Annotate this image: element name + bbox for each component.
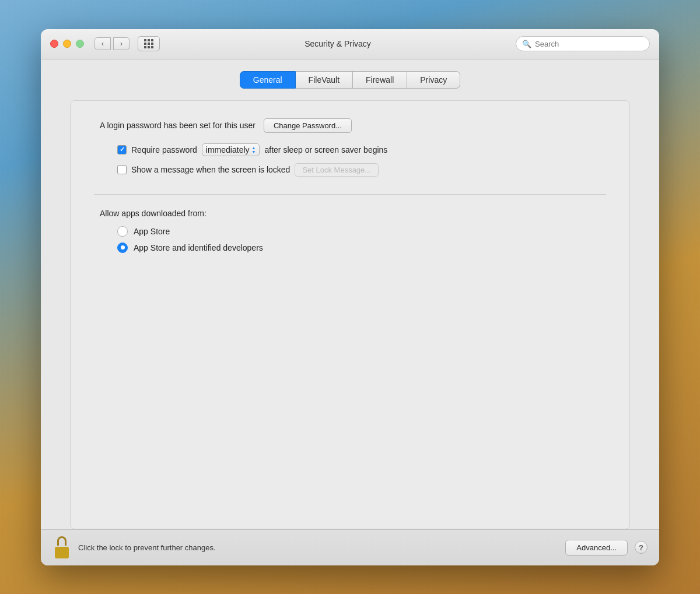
maximize-button[interactable] <box>76 40 84 48</box>
grid-view-button[interactable] <box>138 36 160 51</box>
system-preferences-window: ‹ › Security & Privacy 🔍 General FileVau… <box>41 29 659 565</box>
help-button[interactable]: ? <box>635 541 648 554</box>
nav-buttons: ‹ › <box>94 37 130 50</box>
titlebar: ‹ › Security & Privacy 🔍 <box>41 29 659 59</box>
close-button[interactable] <box>50 40 58 48</box>
require-password-suffix: after sleep or screen saver begins <box>264 145 387 154</box>
divider <box>94 194 606 195</box>
stepper-arrows: ▲ ▼ <box>252 146 256 154</box>
stepper-down-arrow: ▼ <box>252 150 256 154</box>
back-button[interactable]: ‹ <box>94 37 111 50</box>
show-message-row: Show a message when the screen is locked… <box>117 163 606 177</box>
search-input[interactable] <box>535 40 643 48</box>
require-password-row: Require password immediately ▲ ▼ after s… <box>117 143 606 156</box>
radio-app-store-label: App Store <box>134 227 170 236</box>
radio-app-store-identified[interactable] <box>117 242 128 253</box>
tab-bar: General FileVault Firewall Privacy <box>240 71 460 89</box>
bottom-bar: Click the lock to prevent further change… <box>41 529 659 565</box>
allow-apps-title: Allow apps downloaded from: <box>100 209 606 218</box>
show-message-checkbox[interactable] <box>117 165 127 174</box>
lock-body <box>55 547 69 558</box>
tab-privacy[interactable]: Privacy <box>407 71 460 89</box>
change-password-button[interactable]: Change Password... <box>264 118 352 133</box>
lock-shackle <box>57 536 66 546</box>
require-password-checkbox[interactable] <box>117 145 127 154</box>
password-set-label: A login password has been set for this u… <box>100 121 256 130</box>
radio-group: App Store App Store and identified devel… <box>117 226 606 253</box>
minimize-button[interactable] <box>63 40 71 48</box>
immediately-value: immediately <box>206 145 250 154</box>
password-section: A login password has been set for this u… <box>100 118 606 133</box>
radio-app-store-identified-label: App Store and identified developers <box>134 243 263 252</box>
immediately-select[interactable]: immediately ▲ ▼ <box>202 143 260 156</box>
tab-filevault[interactable]: FileVault <box>296 71 353 89</box>
traffic-lights <box>50 40 84 48</box>
radio-row-app-store-identified[interactable]: App Store and identified developers <box>117 242 606 253</box>
lock-icon[interactable] <box>52 536 71 558</box>
radio-row-app-store[interactable]: App Store <box>117 226 606 237</box>
require-password-label: Require password <box>131 145 197 154</box>
grid-icon <box>144 39 153 48</box>
radio-app-store[interactable] <box>117 226 128 237</box>
set-lock-message-button[interactable]: Set Lock Message... <box>295 163 379 177</box>
forward-button[interactable]: › <box>113 37 130 50</box>
search-box[interactable]: 🔍 <box>516 36 650 51</box>
advanced-button[interactable]: Advanced... <box>565 540 628 556</box>
content-area: General FileVault Firewall Privacy A log… <box>41 59 659 529</box>
tab-firewall[interactable]: Firewall <box>353 71 407 89</box>
lock-label: Click the lock to prevent further change… <box>78 543 558 552</box>
show-message-label: Show a message when the screen is locked <box>131 165 290 174</box>
allow-apps-section: Allow apps downloaded from: App Store Ap… <box>100 209 606 253</box>
window-title: Security & Privacy <box>166 39 510 48</box>
stepper-up-arrow: ▲ <box>252 146 256 150</box>
search-icon: 🔍 <box>522 40 531 48</box>
tab-general[interactable]: General <box>240 71 296 89</box>
settings-panel: A login password has been set for this u… <box>70 100 630 529</box>
